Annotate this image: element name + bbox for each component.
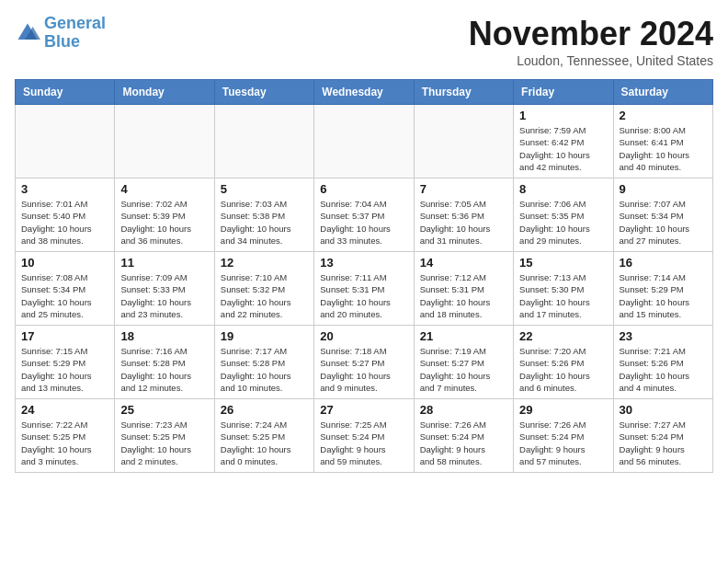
day-number: 4 (120, 182, 208, 196)
day-info: Sunrise: 7:24 AM Sunset: 5:25 PM Dayligh… (221, 419, 308, 467)
calendar-day: 24Sunrise: 7:22 AM Sunset: 5:25 PM Dayli… (16, 399, 115, 473)
calendar-week-3: 17Sunrise: 7:15 AM Sunset: 5:29 PM Dayli… (16, 326, 713, 399)
calendar-day: 5Sunrise: 7:03 AM Sunset: 5:38 PM Daylig… (214, 178, 313, 252)
day-number: 9 (620, 182, 707, 196)
day-info: Sunrise: 7:27 AM Sunset: 5:24 PM Dayligh… (620, 419, 707, 467)
calendar-day: 10Sunrise: 7:08 AM Sunset: 5:34 PM Dayli… (16, 252, 115, 326)
day-info: Sunrise: 7:22 AM Sunset: 5:25 PM Dayligh… (21, 419, 108, 467)
day-info: Sunrise: 7:04 AM Sunset: 5:37 PM Dayligh… (320, 198, 407, 247)
calendar-day: 25Sunrise: 7:23 AM Sunset: 5:25 PM Dayli… (115, 399, 214, 473)
calendar-day: 20Sunrise: 7:18 AM Sunset: 5:27 PM Dayli… (314, 326, 414, 399)
day-number: 1 (519, 109, 607, 122)
calendar-day: 18Sunrise: 7:16 AM Sunset: 5:28 PM Dayli… (115, 326, 214, 399)
calendar-week-0: 1Sunrise: 7:59 AM Sunset: 6:42 PM Daylig… (16, 105, 713, 178)
day-info: Sunrise: 7:19 AM Sunset: 5:27 PM Dayligh… (420, 345, 507, 394)
day-number: 23 (620, 329, 707, 343)
day-info: Sunrise: 7:02 AM Sunset: 5:39 PM Dayligh… (120, 198, 208, 247)
day-info: Sunrise: 7:06 AM Sunset: 5:35 PM Dayligh… (519, 198, 607, 247)
day-number: 13 (320, 256, 407, 270)
calendar-day: 3Sunrise: 7:01 AM Sunset: 5:40 PM Daylig… (16, 178, 115, 252)
day-number: 24 (21, 403, 108, 417)
day-info: Sunrise: 7:16 AM Sunset: 5:28 PM Dayligh… (120, 345, 208, 394)
day-number: 15 (519, 256, 607, 270)
day-info: Sunrise: 7:10 AM Sunset: 5:32 PM Dayligh… (221, 271, 308, 320)
calendar-day: 15Sunrise: 7:13 AM Sunset: 5:30 PM Dayli… (514, 252, 613, 326)
weekday-header-row: SundayMondayTuesdayWednesdayThursdayFrid… (16, 80, 713, 105)
day-info: Sunrise: 7:12 AM Sunset: 5:31 PM Dayligh… (420, 271, 507, 320)
calendar-day: 11Sunrise: 7:09 AM Sunset: 5:33 PM Dayli… (115, 252, 214, 326)
day-info: Sunrise: 7:26 AM Sunset: 5:24 PM Dayligh… (420, 419, 507, 467)
calendar-week-4: 24Sunrise: 7:22 AM Sunset: 5:25 PM Dayli… (16, 399, 713, 473)
calendar-day (115, 105, 214, 178)
calendar-day: 21Sunrise: 7:19 AM Sunset: 5:27 PM Dayli… (414, 326, 513, 399)
day-info: Sunrise: 8:00 AM Sunset: 6:41 PM Dayligh… (620, 124, 707, 173)
page-header: General Blue November 2024 Loudon, Tenne… (15, 15, 713, 68)
logo: General Blue (15, 15, 106, 52)
day-info: Sunrise: 7:09 AM Sunset: 5:33 PM Dayligh… (120, 271, 208, 320)
day-info: Sunrise: 7:08 AM Sunset: 5:34 PM Dayligh… (21, 271, 108, 320)
logo-icon (15, 20, 40, 46)
day-info: Sunrise: 7:07 AM Sunset: 5:34 PM Dayligh… (620, 198, 707, 247)
day-info: Sunrise: 7:26 AM Sunset: 5:24 PM Dayligh… (519, 419, 607, 467)
logo-text: General Blue (44, 15, 106, 52)
day-info: Sunrise: 7:01 AM Sunset: 5:40 PM Dayligh… (21, 198, 108, 247)
day-number: 6 (320, 182, 407, 196)
calendar-day: 13Sunrise: 7:11 AM Sunset: 5:31 PM Dayli… (314, 252, 414, 326)
weekday-header-saturday: Saturday (613, 80, 712, 105)
day-info: Sunrise: 7:23 AM Sunset: 5:25 PM Dayligh… (120, 419, 208, 467)
calendar-day: 2Sunrise: 8:00 AM Sunset: 6:41 PM Daylig… (613, 105, 712, 178)
day-number: 14 (420, 256, 507, 270)
weekday-header-friday: Friday (514, 80, 613, 105)
day-number: 7 (420, 182, 507, 196)
day-info: Sunrise: 7:05 AM Sunset: 5:36 PM Dayligh… (420, 198, 507, 247)
day-info: Sunrise: 7:59 AM Sunset: 6:42 PM Dayligh… (519, 124, 607, 173)
calendar-day: 1Sunrise: 7:59 AM Sunset: 6:42 PM Daylig… (514, 105, 613, 178)
calendar-day: 16Sunrise: 7:14 AM Sunset: 5:29 PM Dayli… (613, 252, 712, 326)
day-number: 16 (620, 256, 707, 270)
day-number: 10 (21, 256, 108, 270)
weekday-header-monday: Monday (115, 80, 214, 105)
day-info: Sunrise: 7:17 AM Sunset: 5:28 PM Dayligh… (221, 345, 308, 394)
day-number: 5 (221, 182, 308, 196)
day-number: 26 (221, 403, 308, 417)
day-number: 12 (221, 256, 308, 270)
day-number: 21 (420, 329, 507, 343)
day-number: 22 (519, 329, 607, 343)
day-number: 8 (519, 182, 607, 196)
calendar-day: 28Sunrise: 7:26 AM Sunset: 5:24 PM Dayli… (414, 399, 513, 473)
day-info: Sunrise: 7:11 AM Sunset: 5:31 PM Dayligh… (320, 271, 407, 320)
calendar-day: 7Sunrise: 7:05 AM Sunset: 5:36 PM Daylig… (414, 178, 513, 252)
day-number: 11 (120, 256, 208, 270)
day-number: 18 (120, 329, 208, 343)
logo-blue: Blue (44, 32, 80, 51)
calendar-day: 8Sunrise: 7:06 AM Sunset: 5:35 PM Daylig… (514, 178, 613, 252)
calendar-day (414, 105, 513, 178)
title-area: November 2024 Loudon, Tennessee, United … (469, 15, 713, 68)
calendar-day: 9Sunrise: 7:07 AM Sunset: 5:34 PM Daylig… (613, 178, 712, 252)
day-info: Sunrise: 7:15 AM Sunset: 5:29 PM Dayligh… (21, 345, 108, 394)
weekday-header-wednesday: Wednesday (314, 80, 414, 105)
day-number: 29 (519, 403, 607, 417)
calendar-day: 23Sunrise: 7:21 AM Sunset: 5:26 PM Dayli… (613, 326, 712, 399)
calendar-day: 26Sunrise: 7:24 AM Sunset: 5:25 PM Dayli… (214, 399, 313, 473)
calendar-day: 17Sunrise: 7:15 AM Sunset: 5:29 PM Dayli… (16, 326, 115, 399)
day-info: Sunrise: 7:13 AM Sunset: 5:30 PM Dayligh… (519, 271, 607, 320)
calendar-week-1: 3Sunrise: 7:01 AM Sunset: 5:40 PM Daylig… (16, 178, 713, 252)
day-number: 3 (21, 182, 108, 196)
calendar-week-2: 10Sunrise: 7:08 AM Sunset: 5:34 PM Dayli… (16, 252, 713, 326)
day-info: Sunrise: 7:14 AM Sunset: 5:29 PM Dayligh… (620, 271, 707, 320)
weekday-header-tuesday: Tuesday (214, 80, 313, 105)
calendar-day: 4Sunrise: 7:02 AM Sunset: 5:39 PM Daylig… (115, 178, 214, 252)
calendar-day: 6Sunrise: 7:04 AM Sunset: 5:37 PM Daylig… (314, 178, 414, 252)
calendar-day: 22Sunrise: 7:20 AM Sunset: 5:26 PM Dayli… (514, 326, 613, 399)
location: Loudon, Tennessee, United States (469, 53, 713, 68)
calendar-day: 29Sunrise: 7:26 AM Sunset: 5:24 PM Dayli… (514, 399, 613, 473)
day-info: Sunrise: 7:18 AM Sunset: 5:27 PM Dayligh… (320, 345, 407, 394)
logo-general: General (44, 14, 106, 32)
day-info: Sunrise: 7:25 AM Sunset: 5:24 PM Dayligh… (320, 419, 407, 467)
calendar-day: 27Sunrise: 7:25 AM Sunset: 5:24 PM Dayli… (314, 399, 414, 473)
calendar-table: SundayMondayTuesdayWednesdayThursdayFrid… (15, 79, 713, 473)
calendar-day: 12Sunrise: 7:10 AM Sunset: 5:32 PM Dayli… (214, 252, 313, 326)
day-info: Sunrise: 7:20 AM Sunset: 5:26 PM Dayligh… (519, 345, 607, 394)
calendar-day (314, 105, 414, 178)
